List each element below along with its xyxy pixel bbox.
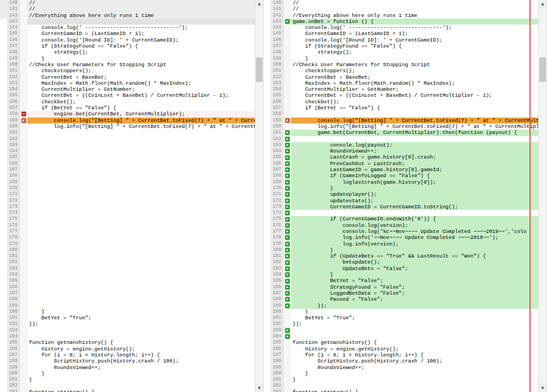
code-text[interactable]: }: [27, 56, 255, 62]
code-text[interactable]: updatestats();: [291, 198, 538, 204]
code-text[interactable]: History = engine.getHistory();: [27, 346, 255, 352]
code-text[interactable]: [27, 142, 255, 148]
code-text[interactable]: PrevCashOut = LastCrash;: [291, 161, 538, 167]
code-text[interactable]: StrategyFound = "False";: [291, 284, 538, 290]
code-text[interactable]: [27, 136, 255, 142]
code-text[interactable]: }: [27, 309, 255, 315]
code-text[interactable]: });: [291, 321, 538, 327]
code-text[interactable]: });: [291, 303, 538, 309]
code-text[interactable]: [27, 148, 255, 154]
code-text[interactable]: [27, 179, 255, 185]
code-text[interactable]: if (BetYet == "False") {: [291, 105, 538, 111]
code-text[interactable]: function getnanohistory() {: [291, 340, 538, 346]
code-text[interactable]: [27, 235, 255, 241]
code-text[interactable]: console.log(version);: [291, 223, 538, 229]
code-text[interactable]: updateplayer();: [291, 191, 538, 197]
code-text[interactable]: [27, 198, 255, 204]
code-text[interactable]: [27, 278, 255, 284]
code-text[interactable]: CurrentBet = ((CoinLost + BaseBet) / Cur…: [27, 92, 255, 98]
code-text[interactable]: function strategy() {: [291, 389, 538, 392]
code-text[interactable]: //Checks User Parameters for Stopping Sc…: [27, 62, 255, 68]
code-text[interactable]: [27, 191, 255, 197]
code-text[interactable]: checkbet();: [291, 99, 538, 105]
code-text[interactable]: BetYet = "True";: [27, 315, 255, 321]
code-text[interactable]: for (i = 0; i < History.length; i++) {: [27, 352, 255, 358]
code-text[interactable]: [27, 303, 255, 309]
left-scrollbar-thumb[interactable]: [256, 57, 263, 82]
code-text[interactable]: [27, 204, 255, 210]
right-scrollbar-thumb[interactable]: [539, 57, 546, 82]
code-text[interactable]: betupdate();: [291, 259, 538, 265]
code-text[interactable]: CurrentGameID = (LastGameID + 1);: [291, 31, 538, 37]
code-text[interactable]: BetYet = "False";: [291, 278, 538, 284]
code-text[interactable]: console.log(' --------------------------…: [27, 25, 255, 31]
code-text[interactable]: }: [291, 377, 538, 383]
code-text[interactable]: [27, 247, 255, 253]
code-text[interactable]: });: [27, 321, 255, 327]
code-text[interactable]: console.log(' --------------------------…: [291, 25, 538, 31]
code-text[interactable]: [27, 290, 255, 296]
scroll-down-icon[interactable]: ▼: [539, 384, 546, 392]
code-text[interactable]: console.log('%c~~Nov~~~~ Update Complete…: [291, 229, 538, 235]
code-text[interactable]: //Everything above here only runs 1 time: [291, 13, 538, 19]
code-text[interactable]: }: [27, 371, 255, 377]
scroll-down-icon[interactable]: ▼: [255, 384, 263, 392]
code-text[interactable]: game.onBet = function () {: [291, 19, 538, 25]
code-text[interactable]: LastCrash = game.history[0].crash;: [291, 154, 538, 160]
code-text[interactable]: MaxIndex = Math.floor(Math.random() * Ma…: [291, 80, 538, 86]
code-text[interactable]: function getnanohistory() {: [27, 340, 255, 346]
code-text[interactable]: MaxIndex = Math.floor(Math.random() * Ma…: [27, 80, 255, 86]
code-text[interactable]: if (GameInfoLogged == "False") {: [291, 173, 538, 179]
code-text[interactable]: ScriptHistory.push(History.crash / 100);: [27, 358, 255, 364]
code-text[interactable]: //Checks User Parameters for Stopping Sc…: [291, 62, 538, 68]
code-text[interactable]: log.info(version);: [291, 241, 538, 247]
code-text[interactable]: [27, 266, 255, 272]
code-text[interactable]: }: [27, 377, 255, 383]
code-text[interactable]: strategy();: [27, 49, 255, 55]
scroll-up-icon[interactable]: ▲: [539, 0, 546, 8]
code-text[interactable]: RoundsViewed++;: [27, 365, 255, 371]
code-text[interactable]: [291, 136, 538, 142]
code-text[interactable]: RoundsViewed++;: [291, 365, 538, 371]
code-text[interactable]: }: [291, 247, 538, 253]
code-text[interactable]: //: [291, 0, 538, 6]
code-text[interactable]: }: [291, 272, 538, 278]
code-text[interactable]: CurrentMultiplier = GetNumber;: [27, 86, 255, 92]
code-text[interactable]: }: [291, 309, 538, 315]
code-text[interactable]: if (BetYet == "False") {: [27, 105, 255, 111]
code-text[interactable]: [27, 216, 255, 222]
code-text[interactable]: [27, 296, 255, 302]
code-text[interactable]: //: [27, 6, 255, 12]
code-text[interactable]: //: [27, 0, 255, 6]
code-text[interactable]: [27, 383, 255, 389]
code-text[interactable]: console.log("[Betting] " + CurrentBet.to…: [291, 118, 538, 124]
code-text[interactable]: game.bet(CurrentBet, CurrentMultiplier).…: [291, 130, 538, 136]
code-text[interactable]: Paused = "False";: [291, 296, 538, 302]
code-text[interactable]: [27, 259, 255, 265]
code-text[interactable]: BetYet = "True";: [291, 315, 538, 321]
code-text[interactable]: checkstoppers();: [27, 68, 255, 74]
code-text[interactable]: [291, 111, 538, 117]
code-text[interactable]: checkbet();: [27, 99, 255, 105]
code-text[interactable]: [27, 130, 255, 136]
code-text[interactable]: [27, 229, 255, 235]
code-text[interactable]: [27, 154, 255, 160]
code-text[interactable]: }: [291, 56, 538, 62]
code-text[interactable]: [27, 173, 255, 179]
code-text[interactable]: [27, 327, 255, 334]
code-text[interactable]: [27, 223, 255, 229]
code-text[interactable]: console.log(payout);: [291, 142, 538, 148]
code-text[interactable]: [27, 284, 255, 290]
code-text[interactable]: loglastcrash(game.history[0]);: [291, 179, 538, 185]
code-text[interactable]: if (StrategyFound == "False") {: [291, 43, 538, 49]
code-text[interactable]: //Everything above here only runs 1 time: [27, 13, 255, 19]
code-text[interactable]: //: [291, 6, 538, 12]
code-text[interactable]: if (StrategyFound == "False") {: [27, 43, 255, 49]
code-text[interactable]: console.log('[Round ID]: ' + CurrentGame…: [27, 37, 255, 43]
code-text[interactable]: [27, 241, 255, 247]
code-text[interactable]: }: [291, 185, 538, 191]
code-text[interactable]: [27, 185, 255, 191]
code-text[interactable]: LoggedBetData = "False";: [291, 290, 538, 296]
code-text[interactable]: checkstoppers();: [291, 68, 538, 74]
code-text[interactable]: }: [291, 371, 538, 377]
